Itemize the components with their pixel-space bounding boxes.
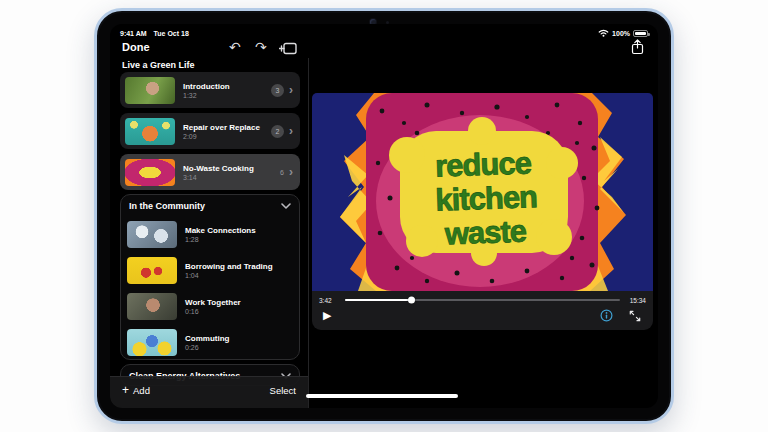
video-duration: 0:26 — [185, 344, 299, 351]
status-indicators: 100% — [598, 29, 648, 37]
video-duration: 1:04 — [185, 272, 299, 279]
desktop-background: 9:41 AM Tue Oct 18 100% Done ↶ — [0, 0, 768, 432]
fullscreen-icon[interactable] — [629, 310, 641, 325]
section-title: In the Community — [129, 201, 205, 211]
count-badge: 2 — [271, 125, 284, 138]
info-icon[interactable] — [600, 309, 613, 325]
video-item-make-connections[interactable]: Make Connections 1:28 — [121, 216, 299, 252]
battery-percent: 100% — [612, 30, 630, 37]
playback-controls: 3:42 15:34 ▶ — [312, 291, 653, 330]
video-title-line-3: waste — [443, 214, 527, 252]
ipad-device: 9:41 AM Tue Oct 18 100% Done ↶ — [94, 8, 674, 424]
progress-fill — [345, 299, 411, 302]
video-title: No-Waste Cooking — [183, 164, 280, 173]
done-button[interactable]: Done — [122, 41, 150, 53]
status-bar: 9:41 AM Tue Oct 18 100% — [120, 27, 648, 39]
thumbnail — [125, 77, 175, 104]
share-icon[interactable] — [631, 39, 644, 58]
video-item-introduction[interactable]: Introduction 1:32 3 › — [120, 72, 300, 108]
battery-icon — [633, 30, 648, 37]
playhead-handle[interactable] — [408, 297, 415, 304]
video-title-line-2: kitchen — [435, 179, 538, 218]
total-time: 15:34 — [626, 297, 646, 304]
add-label: Add — [133, 385, 150, 396]
chevron-down-icon — [281, 203, 291, 209]
video-duration: 1:28 — [185, 236, 299, 243]
video-item-repair-over-replace[interactable]: Repair over Replace 2:09 2 › — [120, 113, 300, 149]
section-group-in-the-community: In the Community Make Connections 1:28 — [120, 194, 300, 360]
status-date: Tue Oct 18 — [154, 30, 189, 37]
chevron-right-icon: › — [289, 167, 293, 177]
video-player[interactable]: reduce kitchen waste 3:42 15:34 — [312, 93, 653, 330]
video-title: Borrowing and Trading — [185, 262, 299, 271]
chevron-right-icon: › — [289, 126, 293, 136]
video-title: Introduction — [183, 82, 271, 91]
video-item-no-waste-cooking[interactable]: No-Waste Cooking 3:14 6 › — [120, 154, 300, 190]
thumbnail — [125, 159, 175, 186]
thumbnail — [127, 329, 177, 356]
section-title-live-a-green-life: Live a Green Life — [122, 60, 195, 70]
video-duration: 0:16 — [185, 308, 299, 315]
sidebar-footer: + Add Select — [110, 376, 308, 408]
status-time-date: 9:41 AM Tue Oct 18 — [120, 30, 194, 37]
home-indicator[interactable] — [306, 394, 458, 398]
progress-bar[interactable] — [345, 299, 620, 302]
video-frame: reduce kitchen waste — [312, 93, 653, 291]
status-time: 9:41 AM — [120, 30, 147, 37]
thumbnail — [125, 118, 175, 145]
thumbnail — [127, 293, 177, 320]
count-badge: 3 — [271, 84, 284, 97]
video-title: Repair over Replace — [183, 123, 271, 132]
video-title-line-1: reduce — [435, 145, 533, 183]
current-time: 3:42 — [319, 297, 339, 304]
chevron-right-icon: › — [289, 85, 293, 95]
video-title: Commuting — [185, 334, 299, 343]
video-duration: 2:09 — [183, 133, 271, 140]
thumbnail — [127, 257, 177, 284]
wifi-icon — [598, 29, 609, 37]
undo-icon[interactable]: ↶ — [229, 40, 241, 54]
play-icon[interactable]: ▶ — [323, 310, 331, 321]
plus-icon: + — [122, 386, 129, 395]
video-title: Make Connections — [185, 226, 299, 235]
video-duration: 1:32 — [183, 92, 271, 99]
screen: 9:41 AM Tue Oct 18 100% Done ↶ — [110, 24, 658, 408]
video-duration: 3:14 — [183, 174, 280, 181]
select-button[interactable]: Select — [270, 385, 296, 396]
video-title: Work Together — [185, 298, 299, 307]
video-item-borrowing-and-trading[interactable]: Borrowing and Trading 1:04 — [121, 252, 299, 288]
video-item-work-together[interactable]: Work Together 0:16 — [121, 288, 299, 324]
add-media-icon[interactable] — [279, 42, 297, 57]
panel-divider — [308, 58, 309, 408]
count-badge: 6 — [280, 166, 284, 179]
redo-icon[interactable]: ↷ — [255, 40, 267, 54]
add-button[interactable]: + Add — [122, 385, 150, 396]
video-item-commuting[interactable]: Commuting 0:26 — [121, 324, 299, 360]
thumbnail — [127, 221, 177, 248]
section-header-in-the-community[interactable]: In the Community — [121, 195, 299, 216]
